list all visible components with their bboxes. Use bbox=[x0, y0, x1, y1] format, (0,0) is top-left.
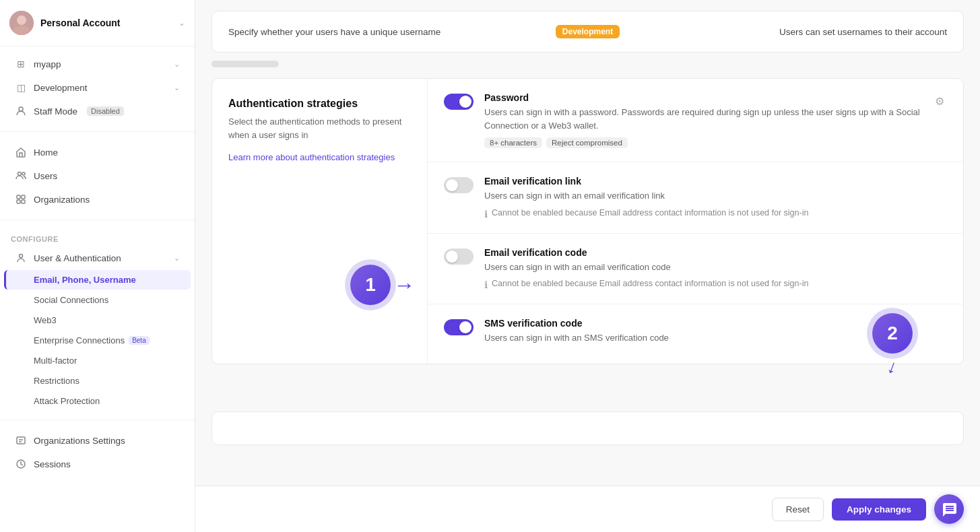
subitem-label: Web3 bbox=[34, 315, 57, 325]
configure-label: Configure bbox=[0, 228, 195, 246]
sidebar-item-sessions[interactable]: Sessions bbox=[4, 453, 191, 475]
sms-code-desc: Users can sign in with an SMS verificati… bbox=[484, 331, 947, 345]
chevron-icon: ⌄ bbox=[178, 18, 185, 28]
subitem-label: Restrictions bbox=[34, 376, 79, 386]
svg-rect-6 bbox=[17, 195, 20, 199]
sms-code-content: SMS verification code Users can sign in … bbox=[484, 318, 947, 350]
chevron-icon: ⌄ bbox=[174, 254, 180, 263]
dev-icon: ◫ bbox=[15, 81, 27, 94]
next-section-card bbox=[211, 411, 964, 445]
sidebar-item-user-auth[interactable]: User & Authentication ⌄ bbox=[4, 246, 191, 269]
svg-point-5 bbox=[22, 172, 25, 175]
sidebar-main-section: Home Users Organ bbox=[0, 135, 195, 217]
email-link-desc: Users can sign in with an email verifica… bbox=[484, 189, 947, 203]
scroll-indicator bbox=[211, 61, 279, 67]
sidebar-top-section: ⊞ myapp ⌄ ◫ Development ⌄ Staff Mode Dis… bbox=[0, 46, 195, 129]
tag-reject-compromised: Reject compromised bbox=[546, 137, 628, 148]
sidebar-item-organizations[interactable]: Organizations bbox=[4, 188, 191, 211]
avatar bbox=[9, 11, 34, 35]
sidebar-subitem-email-phone-username[interactable]: Email, Phone, Username bbox=[4, 270, 191, 290]
username-card: Specify whether your users have a unique… bbox=[211, 11, 964, 53]
sidebar-subitem-enterprise-connections[interactable]: Enterprise Connections Beta bbox=[4, 331, 191, 350]
sessions-icon bbox=[15, 458, 27, 470]
users-icon bbox=[15, 170, 27, 182]
chevron-icon: ⌄ bbox=[174, 60, 180, 69]
email-link-toggle[interactable] bbox=[444, 177, 473, 193]
svg-rect-9 bbox=[22, 200, 25, 203]
apply-changes-button[interactable]: Apply changes bbox=[832, 498, 926, 521]
sidebar: Personal Account ⌄ ⊞ myapp ⌄ ◫ Developme… bbox=[0, 0, 195, 532]
email-code-title: Email verification code bbox=[484, 247, 947, 258]
svg-point-1 bbox=[17, 15, 26, 25]
sms-code-title: SMS verification code bbox=[484, 318, 947, 329]
toggle-wrapper-email-link[interactable] bbox=[444, 176, 473, 193]
sidebar-item-label: Users bbox=[34, 171, 57, 181]
warning-icon: ℹ bbox=[484, 279, 488, 290]
subitem-label: Attack Protection bbox=[34, 396, 100, 406]
sidebar-item-label: Organizations Settings bbox=[34, 436, 125, 446]
auth-options-list: Password Users can sign in with a passwo… bbox=[428, 79, 963, 364]
svg-rect-8 bbox=[17, 200, 20, 203]
sidebar-bottom-section: Organizations Settings Sessions bbox=[0, 423, 195, 481]
user-icon bbox=[15, 105, 27, 117]
svg-point-3 bbox=[19, 107, 23, 111]
sidebar-item-label: User & Authentication bbox=[34, 253, 121, 263]
password-option-content: Password Users can sign in with a passwo… bbox=[484, 92, 921, 148]
sidebar-item-users[interactable]: Users bbox=[4, 164, 191, 187]
sidebar-subitem-web3[interactable]: Web3 bbox=[4, 310, 191, 330]
chat-fab-button[interactable] bbox=[934, 494, 964, 524]
sidebar-item-label: Sessions bbox=[34, 459, 71, 469]
sidebar-item-label: myapp bbox=[34, 59, 61, 69]
email-link-content: Email verification link Users can sign i… bbox=[484, 176, 947, 220]
password-settings-button[interactable]: ⚙ bbox=[932, 92, 947, 110]
home-icon bbox=[15, 146, 27, 158]
email-code-toggle[interactable] bbox=[444, 248, 473, 265]
svg-point-4 bbox=[18, 172, 22, 176]
sidebar-item-org-settings[interactable]: Organizations Settings bbox=[4, 429, 191, 452]
email-code-warning: ℹ Cannot be enabled because Email addres… bbox=[484, 279, 947, 290]
scrollable-content: Specify whether your users have a unique… bbox=[195, 0, 980, 532]
app-icon: ⊞ bbox=[15, 58, 27, 70]
chevron-icon: ⌄ bbox=[174, 84, 180, 92]
sidebar-item-myapp[interactable]: ⊞ myapp ⌄ bbox=[4, 53, 191, 75]
svg-rect-7 bbox=[22, 195, 25, 199]
beta-badge: Beta bbox=[129, 336, 150, 345]
email-code-desc: Users can sign in with an email verifica… bbox=[484, 261, 947, 274]
username-card-right-text: Users can set usernames to their account bbox=[636, 27, 947, 37]
username-card-left-text: Specify whether your users have a unique… bbox=[228, 27, 540, 37]
toggle-wrapper-email-code[interactable] bbox=[444, 247, 473, 265]
bottom-action-bar: Reset Apply changes bbox=[195, 486, 980, 532]
password-option-right: ⚙ bbox=[932, 92, 947, 110]
sidebar-item-label: Development bbox=[34, 83, 88, 93]
sidebar-item-label: Organizations bbox=[34, 195, 90, 205]
email-link-warning-text: Cannot be enabled because Email address … bbox=[492, 208, 808, 218]
auth-strategies-desc: Select the authentication methods to pre… bbox=[228, 115, 411, 141]
sidebar-subitem-social-connections[interactable]: Social Connections bbox=[4, 290, 191, 310]
subitem-label: Social Connections bbox=[34, 295, 108, 305]
account-switcher[interactable]: Personal Account ⌄ bbox=[0, 0, 195, 46]
warning-icon: ℹ bbox=[484, 209, 488, 220]
org-settings-icon bbox=[15, 434, 27, 446]
password-toggle[interactable] bbox=[444, 94, 473, 110]
password-option-title: Password bbox=[484, 92, 921, 103]
sidebar-subitem-restrictions[interactable]: Restrictions bbox=[4, 371, 191, 391]
reset-button[interactable]: Reset bbox=[772, 498, 824, 521]
email-link-warning: ℹ Cannot be enabled because Email addres… bbox=[484, 208, 947, 220]
learn-more-link[interactable]: Learn more about authentication strategi… bbox=[228, 152, 395, 162]
toggle-wrapper-password[interactable] bbox=[444, 92, 473, 110]
sidebar-item-development[interactable]: ◫ Development ⌄ bbox=[4, 76, 191, 99]
auth-card-description: Authentication strategies Select the aut… bbox=[212, 79, 428, 364]
email-link-title: Email verification link bbox=[484, 176, 947, 187]
auth-option-email-code: Email verification code Users can sign i… bbox=[428, 234, 963, 305]
main-content-area: Specify whether your users have a unique… bbox=[195, 0, 980, 532]
toggle-wrapper-sms[interactable] bbox=[444, 318, 473, 335]
sidebar-item-staff-mode[interactable]: Staff Mode Disabled bbox=[4, 100, 191, 123]
sidebar-item-home[interactable]: Home bbox=[4, 141, 191, 164]
account-name: Personal Account bbox=[40, 18, 172, 28]
sidebar-subitem-attack-protection[interactable]: Attack Protection bbox=[4, 391, 191, 411]
sms-toggle[interactable] bbox=[444, 319, 473, 335]
email-code-content: Email verification code Users can sign i… bbox=[484, 247, 947, 291]
sidebar-subitem-multi-factor[interactable]: Multi-factor bbox=[4, 351, 191, 370]
auth-strategies-card: Authentication strategies Select the aut… bbox=[211, 78, 964, 364]
staff-mode-badge: Disabled bbox=[87, 106, 124, 116]
